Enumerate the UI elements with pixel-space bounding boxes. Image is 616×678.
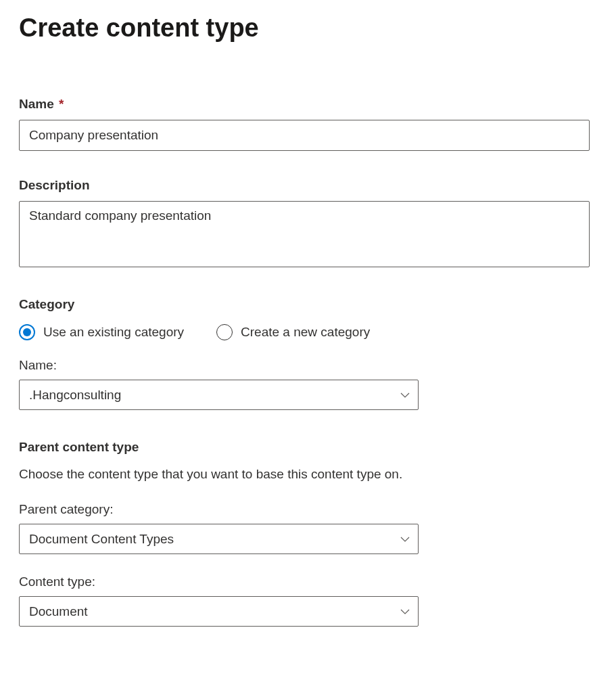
radio-circle-icon [216,324,233,340]
parent-category-value: Document Content Types [29,532,400,547]
radio-dot-icon [23,328,31,336]
parent-category-group: Parent category: Document Content Types [19,502,597,554]
chevron-down-icon [400,607,410,616]
parent-heading: Parent content type [19,440,597,455]
name-input[interactable] [19,120,590,151]
radio-new-category[interactable]: Create a new category [216,324,370,340]
category-name-value: .Hangconsulting [29,388,400,403]
parent-section: Parent content type Choose the content t… [19,440,597,627]
content-type-group: Content type: Document [19,574,597,627]
description-input[interactable]: Standard company presentation [19,201,590,267]
chevron-down-icon [400,390,410,400]
chevron-down-icon [400,535,410,544]
parent-helper-text: Choose the content type that you want to… [19,467,597,482]
name-label-text: Name [19,97,54,111]
required-asterisk: * [59,97,64,111]
content-type-dropdown[interactable]: Document [19,596,419,627]
parent-category-dropdown[interactable]: Document Content Types [19,524,419,554]
page-title: Create content type [19,14,597,43]
category-radio-group: Use an existing category Create a new ca… [19,324,597,340]
description-field-group: Description Standard company presentatio… [19,178,597,270]
name-field-group: Name * [19,97,597,151]
description-label: Description [19,178,597,193]
radio-new-label: Create a new category [241,325,370,340]
category-name-dropdown[interactable]: .Hangconsulting [19,380,419,410]
content-type-value: Document [29,604,400,619]
name-label: Name * [19,97,597,112]
category-section: Category Use an existing category Create… [19,297,597,410]
radio-circle-icon [19,324,35,340]
category-name-label: Name: [19,358,597,373]
radio-existing-category[interactable]: Use an existing category [19,324,184,340]
content-type-label: Content type: [19,574,597,589]
category-heading: Category [19,297,597,312]
parent-category-label: Parent category: [19,502,597,517]
radio-existing-label: Use an existing category [43,325,184,340]
